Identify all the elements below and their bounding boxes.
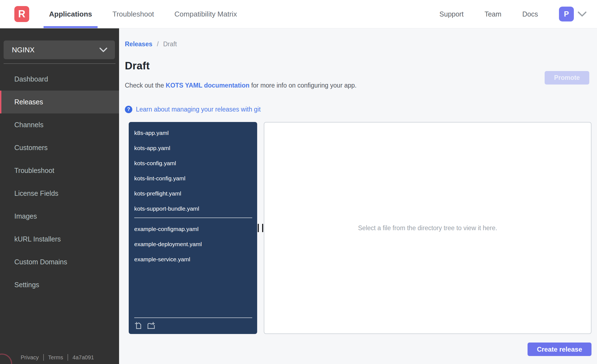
- breadcrumb: Releases / Draft: [125, 40, 591, 48]
- page-description: Check out the KOTS YAML documentation fo…: [125, 81, 591, 89]
- git-releases-help-link[interactable]: Learn about managing your releases with …: [136, 106, 261, 113]
- file-tree-panel: k8s-app.yaml kots-app.yaml kots-config.y…: [129, 122, 257, 334]
- top-nav: R Applications Troubleshoot Compatibilit…: [0, 0, 597, 28]
- build-hash: 4a7a091: [72, 354, 94, 361]
- git-help-row: ? Learn about managing your releases wit…: [125, 105, 591, 113]
- app-selector[interactable]: NGINX: [4, 40, 115, 59]
- sidebar-item-releases[interactable]: Releases: [0, 91, 119, 113]
- sidebar-item-dashboard[interactable]: Dashboard: [0, 68, 119, 91]
- kots-yaml-docs-link[interactable]: KOTS YAML documentation: [166, 82, 249, 89]
- tree-file[interactable]: k8s-app.yaml: [129, 125, 257, 140]
- sidebar-menu: Dashboard Releases Channels Customers Tr…: [0, 68, 119, 296]
- chevron-down-icon: [99, 47, 108, 53]
- sidebar-item-license-fields[interactable]: License Fields: [0, 182, 119, 205]
- file-viewer-placeholder: Select a file from the directory tree to…: [358, 224, 497, 232]
- sidebar-item-channels[interactable]: Channels: [0, 113, 119, 136]
- nav-tab-troubleshoot[interactable]: Troubleshoot: [107, 0, 160, 28]
- tree-file[interactable]: example-configmap.yaml: [129, 221, 257, 237]
- replicated-logo[interactable]: R: [14, 6, 29, 22]
- tree-file[interactable]: kots-app.yaml: [129, 140, 257, 156]
- pane-resize-handle[interactable]: [257, 122, 264, 334]
- sidebar: NGINX Dashboard Releases Channels Custom…: [0, 28, 119, 364]
- tree-file[interactable]: kots-config.yaml: [129, 156, 257, 171]
- promote-button[interactable]: Promote: [545, 71, 589, 85]
- account-menu[interactable]: P: [559, 7, 587, 21]
- nav-tab-compatibility-matrix[interactable]: Compatibility Matrix: [169, 0, 243, 28]
- cta-row: Create release: [125, 343, 591, 356]
- footer-divider: [68, 354, 68, 361]
- nav-link-support[interactable]: Support: [439, 10, 464, 18]
- sidebar-item-images[interactable]: Images: [0, 205, 119, 228]
- nav-tab-applications[interactable]: Applications: [44, 0, 98, 28]
- privacy-link[interactable]: Privacy: [21, 354, 39, 361]
- sidebar-item-settings[interactable]: Settings: [0, 273, 119, 296]
- primary-nav: Applications Troubleshoot Compatibility …: [44, 0, 252, 28]
- sidebar-item-troubleshoot[interactable]: Troubleshoot: [0, 159, 119, 182]
- chevron-down-icon[interactable]: [577, 11, 587, 17]
- sidebar-item-kurl-installers[interactable]: kURL Installers: [0, 228, 119, 251]
- tree-file[interactable]: kots-lint-config.yaml: [129, 171, 257, 186]
- add-file-icon[interactable]: [134, 321, 142, 330]
- nav-link-team[interactable]: Team: [485, 10, 501, 18]
- release-editor-panes: k8s-app.yaml kots-app.yaml kots-config.y…: [129, 122, 591, 334]
- breadcrumb-separator: /: [157, 40, 158, 48]
- footer-divider: [43, 354, 44, 361]
- logo-letter: R: [18, 8, 25, 20]
- app-selector-value: NGINX: [12, 46, 34, 54]
- sidebar-item-custom-domains[interactable]: Custom Domains: [0, 251, 119, 273]
- tree-file[interactable]: kots-preflight.yaml: [129, 186, 257, 201]
- question-mark-icon: ?: [125, 106, 132, 113]
- drag-handle-bar: [258, 224, 259, 232]
- sidebar-footer: Privacy Terms 4a7a091: [21, 354, 94, 361]
- page-title: Draft: [125, 60, 591, 72]
- breadcrumb-releases-link[interactable]: Releases: [125, 40, 152, 48]
- sidebar-item-customers[interactable]: Customers: [0, 136, 119, 159]
- sidebar-divider: [4, 63, 115, 64]
- description-prefix: Check out the: [125, 82, 166, 89]
- add-folder-icon[interactable]: [147, 321, 156, 330]
- breadcrumb-current: Draft: [163, 40, 177, 48]
- description-suffix: for more info on configuring your app.: [249, 82, 357, 89]
- drag-handle-bar: [262, 224, 263, 232]
- tree-file[interactable]: example-service.yaml: [129, 252, 257, 267]
- terms-link[interactable]: Terms: [48, 354, 63, 361]
- tree-file[interactable]: kots-support-bundle.yaml: [129, 201, 257, 216]
- chat-bubble-peek: [0, 354, 12, 364]
- nav-link-docs[interactable]: Docs: [522, 10, 538, 18]
- tree-section-divider: [134, 218, 252, 218]
- tree-actions: [129, 318, 257, 334]
- main-content: Releases / Draft Draft Check out the KOT…: [119, 28, 597, 364]
- secondary-nav: Support Team Docs P: [439, 7, 587, 21]
- avatar[interactable]: P: [559, 7, 574, 21]
- file-viewer-panel: Select a file from the directory tree to…: [264, 122, 591, 334]
- tree-spacer: [129, 267, 257, 317]
- create-release-button[interactable]: Create release: [528, 343, 591, 356]
- tree-file[interactable]: example-deployment.yaml: [129, 237, 257, 252]
